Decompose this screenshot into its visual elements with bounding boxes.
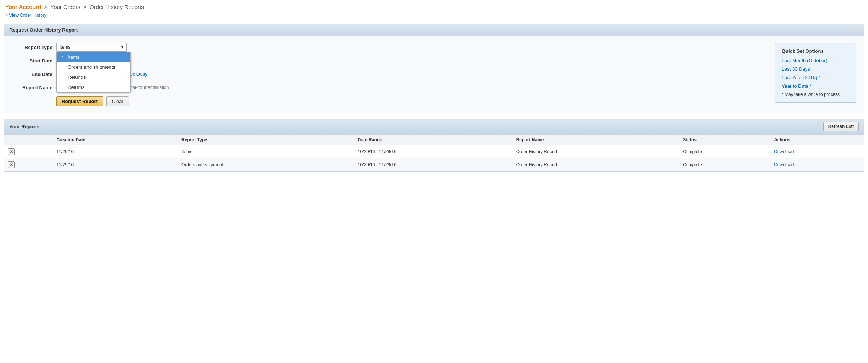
reports-table: Creation Date Report Type Date Range Rep… (4, 134, 864, 171)
view-order-history-link[interactable]: < View Order History (5, 13, 46, 18)
download-link[interactable]: Download (774, 162, 794, 167)
col-header-status: Status (679, 135, 770, 145)
row-date-range: 10/29/16 - 11/29/16 (354, 158, 512, 171)
request-panel: Request Order History Report Report Type… (4, 24, 864, 113)
breadcrumb-sep2: > (83, 4, 87, 10)
quick-set-panel: Quick Set Options Last Month (October) L… (775, 43, 856, 103)
row-creation-date: 11/29/16 (52, 145, 177, 158)
quick-set-title: Quick Set Options (782, 48, 849, 54)
row-delete-cell: ✕ (4, 145, 52, 158)
reports-panel: Your Reports Refresh List Creation Date … (4, 119, 864, 172)
report-type-row: Report Type Items ▾ ✓ Items (12, 43, 763, 52)
row-report-name: Order History Report (512, 145, 679, 158)
end-date-label: End Date (12, 71, 52, 77)
request-report-button[interactable]: Request Report (56, 96, 103, 106)
clear-button[interactable]: Clear (106, 96, 129, 106)
quick-set-note: * May take a while to process (782, 92, 849, 97)
row-date-range: 10/29/16 - 11/29/16 (354, 145, 512, 158)
quick-set-last-30-days[interactable]: Last 30 Days (782, 66, 849, 72)
table-header-row: Creation Date Report Type Date Range Rep… (4, 135, 864, 145)
row-actions: Download (770, 145, 864, 158)
form-fields: Report Type Items ▾ ✓ Items (12, 43, 763, 106)
checkmark-placeholder (60, 65, 65, 70)
col-header-creation-date: Creation Date (52, 135, 177, 145)
table-row: ✕ 11/29/16 Items 10/29/16 - 11/29/16 Ord… (4, 145, 864, 158)
report-type-dropdown-menu: ✓ Items Orders and shipments Refunds (56, 52, 131, 93)
breadcrumb-current: Order History Reports (90, 4, 144, 10)
checkmark-placeholder (60, 85, 65, 90)
row-status: Complete (679, 145, 770, 158)
quick-set-last-year[interactable]: Last Year (2015) * (782, 75, 849, 80)
col-header-report-name: Report Name (512, 135, 679, 145)
col-header-actions: Actions (770, 135, 864, 145)
reports-panel-title: Your Reports (9, 124, 39, 129)
row-actions: Download (770, 158, 864, 171)
report-type-dropdown-container: Items ▾ ✓ Items Orders and sh (56, 43, 127, 52)
quick-set-year-to-date[interactable]: Year to Date * (782, 83, 849, 89)
row-status: Complete (679, 158, 770, 171)
request-panel-body: Report Type Items ▾ ✓ Items (4, 36, 864, 113)
report-type-controls: Items ▾ ✓ Items Orders and sh (56, 43, 127, 52)
dropdown-selected-label: Items (60, 45, 70, 50)
dropdown-arrow-icon: ▾ (121, 45, 123, 50)
col-header-report-type: Report Type (178, 135, 354, 145)
row-report-name: Order History Report (512, 158, 679, 171)
report-name-label: Report Name (12, 85, 52, 90)
dropdown-item-label: Refunds (68, 74, 86, 80)
breadcrumb-your-orders[interactable]: Your Orders (51, 4, 80, 10)
checkmark-icon: ✓ (60, 55, 65, 60)
row-creation-date: 11/29/16 (52, 158, 177, 171)
dropdown-item-label: Returns (68, 84, 85, 90)
row-delete-cell: ✕ (4, 158, 52, 171)
dropdown-item-label: Orders and shipments (68, 64, 115, 70)
breadcrumb-sep1: > (44, 4, 48, 10)
reports-panel-header: Your Reports Refresh List (4, 119, 864, 134)
request-panel-header: Request Order History Report (4, 24, 864, 36)
col-header-date-range: Date Range (354, 135, 512, 145)
refresh-list-button[interactable]: Refresh List (823, 122, 859, 131)
breadcrumb: Your Account > Your Orders > Order Histo… (0, 0, 868, 12)
row-report-type: Items (178, 145, 354, 158)
dropdown-item-items[interactable]: ✓ Items (57, 52, 130, 62)
form-section: Report Type Items ▾ ✓ Items (12, 43, 856, 106)
button-row: Request Report Clear (56, 96, 763, 106)
dropdown-item-orders[interactable]: Orders and shipments (57, 62, 130, 72)
dropdown-item-refunds[interactable]: Refunds (57, 72, 130, 82)
dropdown-item-returns[interactable]: Returns (57, 82, 130, 92)
start-date-label: Start Date (12, 58, 52, 64)
delete-button[interactable]: ✕ (8, 148, 15, 155)
col-header-delete (4, 135, 52, 145)
report-type-label: Report Type (12, 45, 52, 50)
quick-set-last-month[interactable]: Last Month (October) (782, 58, 849, 63)
view-order-history-section: < View Order History (0, 12, 868, 22)
download-link[interactable]: Download (774, 149, 794, 154)
report-type-dropdown-trigger[interactable]: Items ▾ (56, 43, 127, 52)
row-report-type: Orders and shipments (178, 158, 354, 171)
dropdown-item-label: Items (68, 54, 80, 60)
breadcrumb-your-account[interactable]: Your Account (5, 4, 41, 10)
request-panel-title: Request Order History Report (9, 27, 78, 33)
checkmark-placeholder (60, 75, 65, 80)
table-row: ✕ 11/29/16 Orders and shipments 10/29/16… (4, 158, 864, 171)
delete-button[interactable]: ✕ (8, 161, 15, 168)
